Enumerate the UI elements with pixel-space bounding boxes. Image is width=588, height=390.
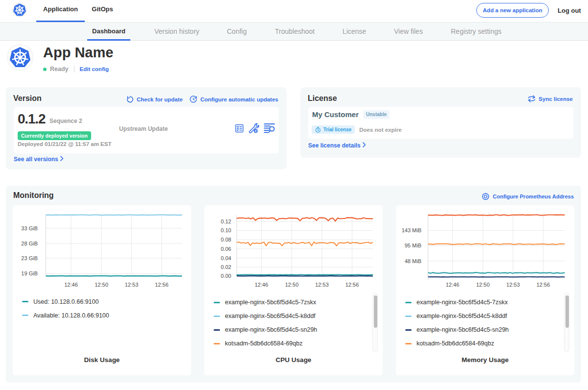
svg-text:12:46: 12:46: [255, 282, 269, 288]
svg-text:12:46: 12:46: [446, 282, 460, 288]
svg-text:12:53: 12:53: [506, 282, 520, 288]
svg-text:48 MiB: 48 MiB: [405, 258, 421, 264]
svg-text:33 GiB: 33 GiB: [21, 225, 38, 231]
svg-text:12:50: 12:50: [476, 282, 490, 288]
svg-text:12:50: 12:50: [285, 282, 299, 288]
svg-text:28 GiB: 28 GiB: [21, 241, 38, 246]
svg-text:12:46: 12:46: [64, 282, 78, 288]
svg-text:12:53: 12:53: [315, 282, 329, 288]
svg-text:12:56: 12:56: [537, 282, 550, 288]
svg-text:12:53: 12:53: [125, 282, 139, 288]
svg-text:0.00: 0.00: [221, 273, 231, 279]
svg-text:23 GiB: 23 GiB: [21, 255, 38, 261]
svg-text:95 MiB: 95 MiB: [405, 243, 421, 248]
svg-text:12:56: 12:56: [155, 282, 169, 288]
svg-text:19 GiB: 19 GiB: [21, 270, 38, 276]
svg-text:0.06: 0.06: [221, 246, 231, 252]
svg-text:0.10: 0.10: [221, 227, 231, 233]
svg-text:12:56: 12:56: [345, 282, 359, 288]
svg-text:12:50: 12:50: [95, 282, 108, 288]
svg-text:0.04: 0.04: [221, 255, 231, 261]
svg-text:0.02: 0.02: [221, 264, 231, 270]
svg-text:0.12: 0.12: [221, 219, 231, 224]
svg-text:143 MiB: 143 MiB: [402, 227, 421, 233]
svg-text:0.08: 0.08: [221, 237, 231, 243]
